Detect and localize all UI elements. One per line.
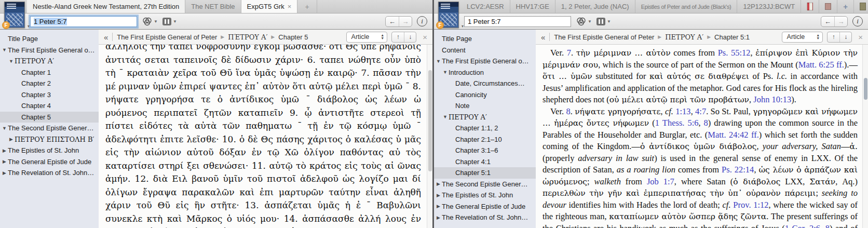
back-button[interactable]: ← (821, 17, 834, 26)
scripture-link[interactable]: John 10:13 (753, 95, 791, 104)
sidebar-item[interactable]: Chapter 5 (0, 112, 99, 123)
sidebar-item[interactable]: Note (434, 100, 536, 112)
collapse-sidebar-button[interactable]: « (104, 33, 108, 42)
search-input[interactable]: 1 Peter 5:7 (30, 16, 137, 27)
thumbnail-menu-caret-icon[interactable]: ▾ (462, 24, 464, 29)
sidebar-item[interactable]: ▶The Revelation of St. John… (0, 167, 99, 179)
next-article-button[interactable]: ↓ (404, 32, 416, 42)
tab-new-tab[interactable]: + (297, 0, 317, 13)
sidebar-item[interactable]: ▼The Second Epistle Gener… (0, 123, 99, 134)
close-pane-button[interactable]: × (423, 33, 427, 42)
sidebar-item[interactable]: ▶The General Epistle of Jude (434, 201, 536, 212)
sidebar-item[interactable]: Chapter 2 (0, 78, 99, 89)
scrollbar[interactable] (862, 45, 868, 228)
scripture-link[interactable]: 1 Cor. 2:6 (785, 223, 820, 228)
next-article-button[interactable]: ↓ (839, 32, 851, 42)
info-button[interactable]: i (852, 16, 863, 26)
tab-expgt5-grk[interactable]: ExpGT5 Grk× (241, 0, 298, 13)
sidebar-item[interactable]: ▼Introduction (434, 67, 536, 78)
sidebar-item[interactable]: Title Page (0, 33, 99, 45)
breadcrumb-item[interactable]: Chapter 5 (278, 33, 308, 41)
sidebar-item[interactable]: Chapter 3 (0, 89, 99, 101)
tab-net-bible[interactable]: The NET Bible (185, 0, 241, 13)
sidebar-item[interactable]: ▶The Epistles of St. John (434, 190, 536, 201)
sidebar-item[interactable]: ▶The Second Epistle Gener… (434, 179, 536, 190)
scripture-link[interactable]: 8 (704, 118, 708, 128)
breadcrumb-item[interactable]: ΠΈΤΡΟΥ Α′ (228, 33, 267, 41)
scripture-link[interactable]: Ps. 55:12 (718, 48, 751, 58)
disclosure-triangle-icon[interactable]: ▶ (436, 193, 441, 198)
scripture-link[interactable]: 8 (566, 106, 570, 116)
disclosure-triangle-icon[interactable]: ▶ (2, 170, 7, 176)
previous-article-button[interactable]: ↑ (392, 32, 404, 42)
view-mode-select[interactable]: Article ▲▼ (346, 32, 388, 43)
thumbnail-menu-caret-icon[interactable]: ▾ (28, 24, 30, 29)
close-pane-button[interactable]: × (858, 33, 863, 42)
forward-button[interactable]: → (399, 17, 412, 26)
tab-peter-jude-blacks[interactable]: Epistles of Peter and of Jude (Black's) (635, 0, 738, 13)
disclosure-triangle-icon[interactable]: ▼ (8, 59, 14, 64)
breadcrumb-item[interactable]: ΠΕΤΡΟΥ Α′ (665, 33, 703, 41)
breadcrumb-item[interactable]: Chapter 5:1 (714, 33, 750, 41)
sidebar-item[interactable]: ▶ΠΕΤΡΟΥ ΕΠΙΣΤΟΛΗ Β′ (0, 134, 99, 145)
view-mode-select[interactable]: Article ▲▼ (782, 32, 823, 43)
sidebar-item[interactable]: Content (434, 45, 536, 56)
scripture-link[interactable]: 1:13 (675, 106, 690, 116)
sidebar-item[interactable]: ▼The First Epistle General o… (434, 56, 536, 67)
search-options-button[interactable]: ▼ (576, 17, 592, 26)
sidebar-item[interactable]: Chapter 1:1, 2 (434, 123, 536, 134)
sidebar-item[interactable]: ▼ΠΕΤΡΟΥ Α′ (434, 112, 536, 123)
sidebar-item[interactable]: Chapter 1 (0, 67, 99, 78)
collapse-sidebar-button[interactable]: « (541, 33, 545, 42)
scripture-link[interactable]: 8 (825, 223, 830, 228)
tab-image-tab[interactable] (819, 0, 837, 13)
tab-olive-book-tab[interactable] (854, 0, 868, 13)
scripture-link[interactable]: 4:7 (695, 106, 706, 116)
module-cover-thumbnail[interactable]: F ▾ (4, 2, 25, 28)
forward-button[interactable]: → (834, 17, 847, 26)
scripture-link[interactable]: Matt. 24:42 ff. (708, 130, 759, 140)
sidebar-item[interactable]: ▼The First Epistle General o… (0, 45, 99, 56)
disclosure-triangle-icon[interactable]: ▼ (2, 126, 7, 131)
disclosure-triangle-icon[interactable]: ▶ (8, 137, 14, 142)
breadcrumb-item[interactable]: The First Epistle General of Peter (117, 33, 217, 41)
tab-red-book-tab[interactable] (801, 0, 819, 13)
tab-nestle-aland[interactable]: Nestle-Aland Greek New Testament, 27th E… (27, 0, 185, 13)
disclosure-triangle-icon[interactable]: ▶ (436, 181, 441, 186)
tab-peter-jude-nac[interactable]: 1, 2 Peter, Jude (NAC) (555, 0, 635, 13)
sidebar-item[interactable]: ▶The Revelation of St. John… (434, 212, 536, 223)
back-button[interactable]: ← (386, 17, 399, 26)
disclosure-triangle-icon[interactable]: ▶ (2, 159, 7, 164)
disclosure-triangle-icon[interactable]: ▼ (436, 59, 441, 64)
scripture-link[interactable]: 1 Thess. 5:6 (655, 118, 699, 128)
sidebar-item[interactable]: ▶The General Epistle of Jude (0, 156, 99, 168)
disclosure-triangle-icon[interactable]: ▶ (2, 148, 7, 153)
search-input[interactable]: 1 Peter 5:7 (464, 16, 571, 27)
tab-plus-icon-tab[interactable]: + (837, 0, 854, 13)
sidebar-item[interactable]: Canonicity (434, 89, 536, 101)
previous-article-button[interactable]: ↑ (828, 32, 839, 42)
sidebar-item[interactable]: Chapter 5:1 (434, 167, 536, 179)
disclosure-triangle-icon[interactable]: ▶ (436, 215, 441, 220)
scrollbar[interactable] (427, 45, 432, 228)
panes-layout-button[interactable]: ▼ (596, 18, 611, 25)
panes-layout-button[interactable]: ▼ (162, 18, 177, 25)
tab-lcv2-aesr[interactable]: LCV2:AESR (461, 0, 510, 13)
close-icon[interactable]: × (288, 3, 292, 10)
breadcrumb-item[interactable]: The First Epistle General of Peter (554, 33, 654, 41)
scripture-link[interactable]: Job 1:7 (647, 177, 674, 186)
scripture-link[interactable]: Matt. 6:25 ff. (798, 60, 844, 70)
sidebar-item[interactable]: Title Page (434, 33, 536, 45)
sidebar-item[interactable]: Date, Circumstances… (434, 78, 536, 89)
sidebar-item[interactable]: ▶The Epistles of St. John (0, 145, 99, 156)
scrollbar-thumb[interactable] (428, 70, 432, 171)
scripture-link[interactable]: 7 (567, 48, 571, 58)
scrollbar-thumb[interactable] (864, 78, 867, 100)
tab-hhv17-ge[interactable]: HHV17:GE (510, 0, 555, 13)
sidebar-item[interactable]: Chapter 3:1–6 (434, 145, 536, 156)
search-options-button[interactable]: ▼ (142, 17, 158, 26)
disclosure-triangle-icon[interactable]: ▶ (436, 204, 441, 209)
sidebar-item[interactable]: Chapter 2:1–10 (434, 134, 536, 145)
sidebar-item[interactable]: Chapter 4 (0, 100, 99, 112)
tab-12p123jj-bcwt[interactable]: 12P123JJ:BCWT (737, 0, 801, 13)
